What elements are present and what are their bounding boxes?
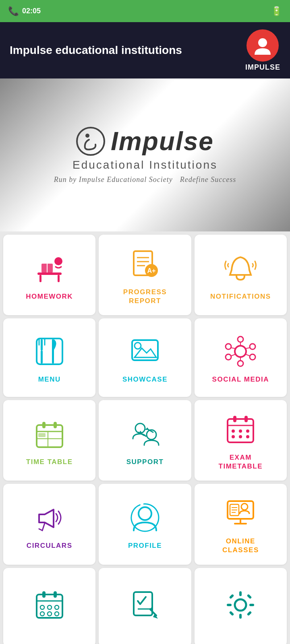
svg-rect-5	[58, 275, 60, 282]
svg-point-73	[40, 605, 44, 609]
svg-rect-90	[247, 611, 252, 616]
svg-rect-79	[134, 592, 152, 615]
svg-rect-85	[227, 604, 232, 606]
grid-item-homework[interactable]: HOMEWORK	[3, 235, 95, 315]
svg-point-22	[135, 343, 141, 349]
grid-item-profile[interactable]: PROFILE	[99, 484, 191, 564]
svg-line-58	[42, 523, 45, 530]
svg-point-77	[48, 612, 52, 616]
banner-tagline-static: Run by Impulse Educational Society	[54, 175, 173, 184]
grid-item-notifications[interactable]: NOTIFICATIONS	[195, 235, 287, 315]
profile-icon	[127, 500, 163, 536]
showcase-icon	[127, 333, 163, 369]
svg-point-2	[85, 134, 89, 138]
menu-label: MENU	[38, 375, 61, 384]
svg-point-0	[258, 38, 267, 47]
banner-tagline-italic: Redefine Success	[180, 175, 236, 184]
banner: Impulse Educational Institutions Run by …	[0, 78, 290, 231]
banner-logo-row: Impulse	[76, 126, 214, 156]
notifications-icon	[222, 250, 259, 287]
online-classes-label: ONLINECLASSES	[222, 537, 259, 555]
banner-subtitle: Educational Institutions	[72, 159, 218, 171]
svg-rect-83	[239, 591, 242, 596]
showcase-label: SHOWCASE	[122, 375, 168, 384]
svg-point-27	[238, 361, 243, 366]
status-right: 🔋	[271, 6, 282, 17]
svg-rect-49	[233, 416, 236, 422]
svg-rect-38	[42, 422, 46, 428]
online-classes-icon	[222, 495, 259, 531]
support-icon	[127, 416, 163, 452]
banner-title: Impulse	[111, 126, 214, 156]
exam-timetable-icon	[222, 411, 259, 448]
svg-rect-86	[249, 604, 254, 606]
grid-item-calendar2[interactable]	[3, 568, 95, 644]
svg-rect-88	[247, 594, 252, 599]
svg-marker-45	[145, 427, 149, 430]
svg-rect-50	[244, 416, 248, 422]
svg-point-78	[55, 612, 59, 616]
grid-item-checklist[interactable]	[99, 568, 191, 644]
social-media-icon	[222, 333, 259, 369]
calendar2-icon	[31, 587, 68, 623]
grid-item-social-media[interactable]: SOCIAL MEDIA	[195, 318, 287, 397]
svg-point-76	[40, 612, 44, 616]
svg-point-74	[48, 605, 52, 609]
svg-rect-72	[54, 591, 57, 598]
svg-point-82	[235, 599, 246, 611]
svg-point-54	[232, 435, 235, 438]
svg-point-51	[232, 429, 235, 433]
svg-rect-89	[229, 611, 234, 616]
grid-item-exam-timetable[interactable]: EXAMTIMETABLE	[195, 400, 287, 481]
grid-item-progress-report[interactable]: A+ PROGRESSREPORT	[99, 235, 191, 315]
settings-icon	[222, 587, 259, 623]
app-header: Impulse educational institutions IMPULSE	[0, 22, 290, 78]
svg-point-8	[54, 257, 62, 265]
social-media-label: SOCIAL MEDIA	[212, 375, 269, 384]
battery-icon: 🔋	[271, 6, 282, 17]
svg-rect-84	[239, 614, 242, 619]
time-table-icon	[31, 416, 68, 452]
grid-item-menu[interactable]: MENU	[3, 318, 95, 397]
svg-rect-19	[52, 339, 54, 363]
svg-line-34	[231, 354, 236, 356]
status-left: 📞 02:05	[8, 6, 41, 17]
svg-rect-15	[41, 339, 43, 351]
grid-item-time-table[interactable]: TIME TABLE	[3, 400, 95, 481]
svg-rect-39	[54, 422, 57, 428]
svg-rect-20	[37, 339, 62, 364]
svg-point-75	[55, 605, 59, 609]
status-bar: 📞 02:05 🔋	[0, 0, 290, 22]
grid-item-support[interactable]: SUPPORT	[99, 400, 191, 481]
svg-line-32	[245, 354, 250, 356]
avatar-label: IMPULSE	[245, 63, 280, 72]
svg-rect-3	[37, 272, 62, 275]
svg-point-1	[77, 128, 104, 155]
progress-report-label: PROGRESSREPORT	[123, 288, 167, 305]
svg-point-52	[239, 429, 242, 433]
main-grid: HOMEWORK A+ PROGRESSREPORT	[0, 231, 290, 644]
svg-rect-18	[41, 351, 43, 363]
grid-item-showcase[interactable]: SHOWCASE	[99, 318, 191, 397]
svg-rect-42	[38, 433, 46, 437]
notifications-label: NOTIFICATIONS	[210, 292, 271, 301]
svg-point-24	[238, 336, 243, 342]
svg-text:A+: A+	[147, 267, 156, 274]
impulse-logo-icon	[76, 127, 105, 156]
menu-icon	[31, 333, 68, 369]
svg-point-26	[250, 354, 255, 360]
grid-item-settings[interactable]	[195, 568, 287, 644]
svg-point-55	[239, 435, 242, 438]
svg-point-53	[246, 429, 249, 433]
circulars-icon	[31, 500, 68, 536]
header-profile[interactable]: IMPULSE	[245, 29, 280, 72]
svg-point-56	[246, 435, 249, 438]
header-title: Impulse educational institutions	[10, 44, 182, 57]
homework-icon	[31, 250, 68, 287]
grid-item-circulars[interactable]: CIRCULARS	[3, 484, 95, 564]
svg-line-31	[245, 348, 250, 349]
grid-item-online-classes[interactable]: ONLINECLASSES	[195, 484, 287, 564]
svg-point-23	[235, 346, 246, 357]
banner-content: Impulse Educational Institutions Run by …	[54, 126, 236, 184]
svg-rect-87	[229, 594, 234, 599]
